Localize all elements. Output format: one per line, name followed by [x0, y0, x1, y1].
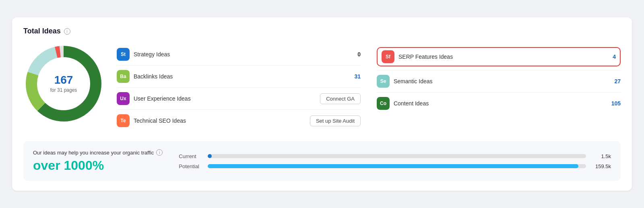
current-bar-fill: [208, 154, 211, 158]
setup-site-audit-button[interactable]: Set up Site Audit: [310, 115, 361, 126]
ideas-grid: St Strategy Ideas 0 Ba Backlinks Ideas 3…: [117, 43, 621, 132]
content-badge: Co: [377, 97, 390, 110]
backlinks-badge: Ba: [117, 70, 130, 83]
strategy-label: Strategy Ideas: [134, 51, 345, 58]
technical-badge: Te: [117, 114, 130, 127]
total-ideas-card: Total Ideas i 167 for 31 pages: [12, 17, 632, 191]
strategy-badge: St: [117, 48, 130, 61]
serp-features-highlighted: Sf SERP Features Ideas 4: [377, 47, 621, 66]
serp-label: SERP Features Ideas: [398, 54, 600, 60]
traffic-increase: over 1000%: [33, 158, 163, 173]
connect-ga-button[interactable]: Connect GA: [320, 93, 361, 104]
potential-bar-row: Potential 159.5k: [179, 163, 611, 169]
semantic-badge: Se: [377, 75, 390, 88]
potential-bar-track: [208, 164, 586, 168]
semantic-count: 27: [609, 78, 621, 84]
card-header: Total Ideas i: [23, 27, 621, 35]
ux-badge: Ux: [117, 92, 130, 105]
technical-label: Technical SEO Ideas: [134, 117, 306, 124]
backlinks-label: Backlinks Ideas: [134, 73, 345, 80]
info-icon[interactable]: i: [64, 28, 70, 35]
semantic-label: Semantic Ideas: [394, 78, 605, 84]
donut-total: 167: [50, 74, 77, 86]
current-bar-row: Current 1.5k: [179, 153, 611, 159]
list-item: Ba Backlinks Ideas 31: [117, 66, 361, 88]
donut-sublabel: for 31 pages: [50, 87, 77, 93]
current-label: Current: [179, 153, 203, 159]
list-item: Ux User Experience Ideas Connect GA: [117, 88, 361, 110]
traffic-text: Our ideas may help you increase your org…: [33, 149, 163, 173]
ideas-right-column: Sf SERP Features Ideas 4 Se Semantic Ide…: [377, 43, 621, 132]
serp-count: 4: [604, 54, 616, 60]
donut-center: 167 for 31 pages: [50, 74, 77, 93]
potential-bar-fill: [208, 164, 578, 168]
traffic-info-icon[interactable]: i: [156, 149, 163, 156]
serp-badge: Sf: [382, 50, 394, 63]
list-item: Sf SERP Features Ideas 4: [377, 43, 621, 70]
content-label: Content Ideas: [394, 100, 605, 107]
list-item: St Strategy Ideas 0: [117, 43, 361, 66]
main-content: 167 for 31 pages St Strategy Ideas 0: [23, 43, 621, 132]
list-item: Te Technical SEO Ideas Set up Site Audit: [117, 110, 361, 132]
ideas-left-column: St Strategy Ideas 0 Ba Backlinks Ideas 3…: [117, 43, 361, 132]
potential-label: Potential: [179, 163, 203, 169]
traffic-bars: Current 1.5k Potential 159.5k: [179, 153, 611, 169]
card-title: Total Ideas: [23, 27, 61, 35]
content-count: 105: [609, 100, 621, 107]
ux-label: User Experience Ideas: [134, 95, 316, 102]
list-item: Co Content Ideas 105: [377, 93, 621, 114]
current-value: 1.5k: [591, 153, 611, 159]
current-bar-track: [208, 154, 586, 158]
donut-chart: 167 for 31 pages: [23, 43, 104, 124]
potential-value: 159.5k: [591, 163, 611, 169]
backlinks-count: 31: [349, 73, 361, 80]
traffic-headline: Our ideas may help you increase your org…: [33, 149, 163, 156]
traffic-section: Our ideas may help you increase your org…: [23, 141, 621, 181]
list-item: Se Semantic Ideas 27: [377, 70, 621, 93]
strategy-count: 0: [349, 51, 361, 58]
